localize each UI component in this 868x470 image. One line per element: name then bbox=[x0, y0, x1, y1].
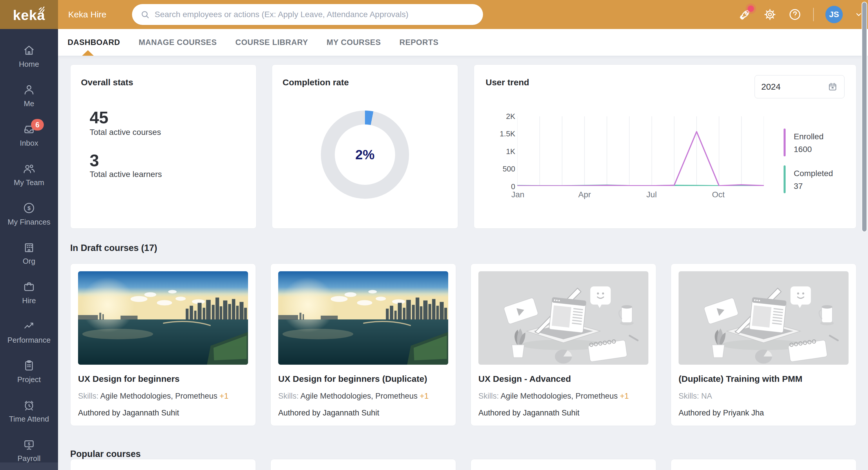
tab-manage-courses[interactable]: MANAGE COURSES bbox=[139, 29, 217, 56]
course-title: UX Design for beginners bbox=[78, 374, 248, 384]
course-card[interactable]: (Duplicate) Training with PMM Skills: NA… bbox=[671, 263, 857, 426]
y-tick: 1.5K bbox=[492, 129, 515, 138]
course-author: Authored by Jagannath Suhit bbox=[478, 408, 648, 417]
course-author: Authored by Priyank Jha bbox=[679, 408, 848, 417]
dollar-coin-icon: $ bbox=[22, 201, 36, 215]
tab-my-courses[interactable]: MY COURSES bbox=[327, 29, 381, 56]
active-learners-value: 3 bbox=[90, 151, 99, 170]
clipboard-icon bbox=[22, 359, 36, 372]
sidebar-item-inbox[interactable]: 6 Inbox bbox=[0, 116, 58, 155]
team-icon bbox=[22, 162, 36, 175]
sidebar-item-hire[interactable]: Hire bbox=[0, 273, 58, 312]
course-author: Authored by Jagannath Suhit bbox=[278, 408, 448, 417]
course-author: Authored by Jagannath Suhit bbox=[78, 408, 248, 417]
logo-sparkle-icon bbox=[38, 5, 48, 13]
x-tick: Apr bbox=[570, 190, 599, 199]
main-sidebar: Home Me 6 Inbox My Team $ My Finances Or… bbox=[0, 29, 58, 470]
page-scrollbar-thumb[interactable] bbox=[862, 2, 867, 232]
sidebar-item-me[interactable]: Me bbox=[0, 76, 58, 116]
popular-course-card[interactable] bbox=[70, 459, 256, 470]
tab-course-library[interactable]: COURSE LIBRARY bbox=[235, 29, 308, 56]
lms-tab-bar: DASHBOARD MANAGE COURSES COURSE LIBRARY … bbox=[58, 29, 868, 56]
product-name: Keka Hire bbox=[68, 0, 106, 29]
course-title: UX Design - Advanced bbox=[478, 374, 648, 384]
course-skills: Skills: Agile Methodologies, Prometheus … bbox=[478, 391, 648, 401]
settings-button[interactable] bbox=[763, 8, 777, 21]
tab-dashboard[interactable]: DASHBOARD bbox=[68, 29, 120, 56]
legend-completed-label: Completed bbox=[794, 169, 833, 178]
sidebar-item-home[interactable]: Home bbox=[0, 36, 58, 76]
sidebar-item-my-finances[interactable]: $ My Finances bbox=[0, 194, 58, 233]
dashboard-content: Overall stats 45 Total active courses 3 … bbox=[58, 56, 868, 470]
user-trend-card: User trend 2024 2K 1.5K 1K 500 0 Jan Apr… bbox=[474, 64, 857, 229]
global-search-input[interactable]: Search employees or actions (Ex: Apply L… bbox=[132, 4, 483, 25]
draft-courses-heading: In Draft courses (17) bbox=[70, 243, 157, 253]
sidebar-item-time-attend[interactable]: Time Attend bbox=[0, 391, 58, 431]
course-thumbnail bbox=[478, 271, 648, 365]
popular-course-card[interactable] bbox=[671, 459, 857, 470]
legend-completed-value: 37 bbox=[794, 182, 803, 191]
topbar-actions: JS bbox=[738, 0, 863, 29]
completion-percent: 2% bbox=[355, 147, 375, 162]
legend-enrolled-value: 1600 bbox=[794, 145, 812, 154]
legend-completed-bar bbox=[783, 165, 785, 193]
user-avatar[interactable]: JS bbox=[825, 6, 843, 23]
year-select[interactable]: 2024 bbox=[754, 75, 844, 98]
keka-logo[interactable]: keka bbox=[0, 0, 58, 29]
briefcase-icon bbox=[22, 280, 36, 293]
completion-donut-chart: 2% bbox=[321, 111, 409, 199]
topbar-divider bbox=[813, 8, 814, 21]
legend-enrolled-bar bbox=[783, 128, 785, 156]
completion-rate-title: Completion rate bbox=[283, 77, 349, 87]
popular-course-card[interactable] bbox=[470, 459, 656, 470]
svg-text:$: $ bbox=[28, 205, 31, 211]
x-tick: Jul bbox=[637, 190, 666, 199]
sidebar-item-project[interactable]: Project bbox=[0, 352, 58, 391]
popular-courses-heading: Popular courses bbox=[70, 449, 141, 459]
course-card[interactable]: UX Design for beginners (Duplicate) Skil… bbox=[270, 263, 456, 426]
course-thumbnail bbox=[78, 271, 248, 365]
skills-more-link[interactable]: +1 bbox=[220, 391, 228, 400]
x-tick: Jan bbox=[503, 190, 532, 199]
building-icon bbox=[22, 241, 36, 254]
search-placeholder: Search employees or actions (Ex: Apply L… bbox=[155, 10, 408, 19]
home-icon bbox=[22, 43, 36, 57]
legend-enrolled-label: Enrolled bbox=[794, 132, 824, 141]
active-courses-value: 45 bbox=[90, 107, 108, 127]
course-card[interactable]: UX Design - Advanced Skills: Agile Metho… bbox=[470, 263, 656, 426]
inbox-badge: 6 bbox=[31, 119, 44, 131]
sidebar-item-my-team[interactable]: My Team bbox=[0, 155, 58, 194]
year-select-value: 2024 bbox=[761, 82, 781, 92]
svg-text:$: $ bbox=[28, 442, 30, 446]
popular-course-card[interactable] bbox=[270, 459, 456, 470]
sidebar-item-org[interactable]: Org bbox=[0, 233, 58, 273]
overall-stats-card: Overall stats 45 Total active courses 3 … bbox=[70, 64, 256, 229]
course-skills: Skills: Agile Methodologies, Prometheus … bbox=[78, 391, 248, 401]
calendar-icon bbox=[827, 82, 838, 92]
active-learners-label: Total active learners bbox=[90, 170, 162, 179]
person-icon bbox=[22, 83, 36, 96]
search-icon bbox=[140, 9, 150, 20]
skills-more-link[interactable]: +1 bbox=[420, 391, 429, 400]
y-tick: 1K bbox=[492, 147, 515, 156]
notification-dot bbox=[748, 5, 754, 12]
sidebar-item-performance[interactable]: Performance bbox=[0, 312, 58, 352]
whats-new-button[interactable] bbox=[738, 8, 752, 21]
active-tab-indicator bbox=[82, 50, 94, 56]
skills-more-link[interactable]: +1 bbox=[620, 391, 629, 400]
trend-arrow-icon bbox=[22, 319, 36, 333]
course-title: UX Design for beginners (Duplicate) bbox=[278, 374, 448, 384]
top-bar: keka Keka Hire Search employees or actio… bbox=[0, 0, 868, 29]
help-button[interactable] bbox=[788, 8, 802, 21]
active-courses-label: Total active courses bbox=[90, 128, 161, 137]
trend-plot-svg bbox=[517, 116, 764, 186]
completion-rate-card: Completion rate 2% bbox=[272, 64, 458, 229]
payroll-monitor-icon: $ bbox=[22, 438, 36, 451]
course-card[interactable]: UX Design for beginners Skills: Agile Me… bbox=[70, 263, 256, 426]
course-skills: Skills: NA bbox=[679, 391, 848, 401]
help-icon bbox=[788, 8, 802, 21]
gear-icon bbox=[763, 8, 777, 21]
tab-reports[interactable]: REPORTS bbox=[400, 29, 439, 56]
course-title: (Duplicate) Training with PMM bbox=[679, 374, 848, 384]
sidebar-item-payroll[interactable]: $ Payroll bbox=[0, 431, 58, 470]
